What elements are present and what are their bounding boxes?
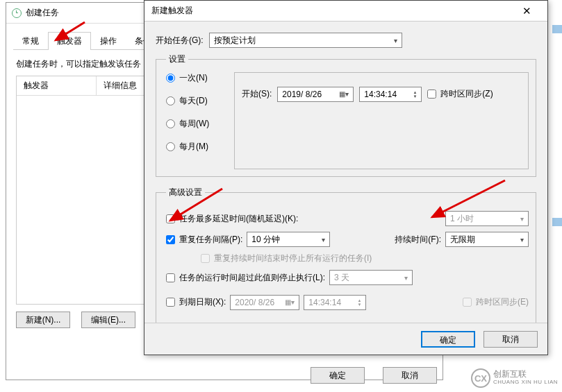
repeat-label: 重复任务间隔(P):	[179, 234, 242, 246]
back-footer: 确定 取消	[311, 367, 437, 384]
duration-label: 持续时间(F):	[395, 234, 441, 246]
start-task-label: 开始任务(G):	[156, 35, 204, 46]
sync-tz-check[interactable]: 跨时区同步(Z)	[427, 88, 493, 100]
expire-check[interactable]	[166, 298, 175, 307]
tab-triggers[interactable]: 触发器	[48, 32, 91, 50]
cancel-button[interactable]: 取消	[484, 331, 538, 348]
chevron-down-icon: ▾	[404, 274, 408, 282]
front-title: 新建触发器	[151, 5, 193, 17]
radio-monthly[interactable]: 每月(M)	[166, 141, 229, 153]
chevron-down-icon: ▾	[322, 236, 325, 244]
start-date-input[interactable]: 2019/ 8/26 ▦▾	[277, 87, 354, 102]
radio-once-input[interactable]	[166, 74, 175, 83]
advanced-legend: 高级设置	[166, 187, 205, 198]
expire-sync-check: 跨时区同步(E)	[463, 296, 529, 308]
time-spinner[interactable]: ▲▼	[413, 90, 417, 99]
chevron-down-icon: ▾	[394, 37, 397, 44]
front-titlebar: 新建触发器 ✕	[144, 1, 547, 22]
sync-tz-input[interactable]	[427, 90, 436, 99]
radio-daily-input[interactable]	[166, 96, 175, 105]
delay-label: 任务最多延迟时间(随机延迟)(K):	[179, 213, 298, 225]
stop-long-check[interactable]	[166, 273, 175, 282]
tab-actions[interactable]: 操作	[91, 32, 126, 50]
back-title: 创建任务	[26, 7, 59, 19]
watermark-brand: 创新互联	[493, 370, 558, 378]
stop-at-end-check	[201, 254, 210, 263]
radio-weekly-input[interactable]	[166, 119, 175, 128]
new-trigger-dialog: 新建触发器 ✕ 开始任务(G): 按预定计划 ▾ 设置 一次(N) 每天(D) …	[144, 0, 548, 355]
watermark-logo-icon: CX	[471, 368, 490, 388]
blue-strip-2	[552, 218, 562, 226]
start-time-input[interactable]: 14:34:14 ▲▼	[359, 87, 422, 102]
duration-combo[interactable]: 无限期▾	[445, 232, 529, 247]
delay-check[interactable]	[166, 214, 175, 223]
radio-once[interactable]: 一次(N)	[166, 72, 229, 84]
watermark-sub: CHUANG XIN HU LIAN	[493, 378, 558, 386]
clock-icon	[12, 8, 22, 18]
calendar-icon: ▦▾	[339, 90, 349, 98]
repeat-combo[interactable]: 10 分钟▾	[247, 232, 330, 247]
start-label: 开始(S):	[242, 88, 272, 100]
stop-at-end-label: 重复持续时间结束时停止所有运行的任务(I)	[214, 253, 372, 264]
blue-strip-1	[552, 25, 562, 33]
edit-button[interactable]: 编辑(E)...	[81, 312, 135, 328]
start-task-combo[interactable]: 按预定计划 ▾	[209, 33, 402, 48]
col-detail[interactable]: 详细信息	[97, 76, 144, 95]
ok-button[interactable]: 确定	[421, 331, 475, 348]
front-footer: 确定 取消	[144, 323, 547, 355]
stop-long-label: 任务的运行时间超过此值则停止执行(L):	[179, 272, 325, 284]
radio-monthly-input[interactable]	[166, 142, 175, 151]
col-trigger[interactable]: 触发器	[17, 76, 97, 95]
expire-date-input: 2020/ 8/26▦▾	[230, 295, 299, 310]
start-task-value: 按预定计划	[214, 35, 256, 46]
tab-general[interactable]: 常规	[13, 32, 48, 50]
back-cancel-button[interactable]: 取消	[383, 367, 437, 384]
close-icon[interactable]: ✕	[513, 1, 540, 21]
expire-sync-input	[463, 298, 472, 307]
chevron-down-icon: ▾	[520, 215, 524, 223]
repeat-check[interactable]	[166, 235, 175, 244]
radio-weekly[interactable]: 每周(W)	[166, 118, 229, 130]
watermark: CX 创新互联 CHUANG XIN HU LIAN	[471, 368, 558, 388]
delay-combo: 1 小时▾	[445, 211, 529, 226]
settings-group: 设置 一次(N) 每天(D) 每周(W) 每月(M) 开始(S): 2019/ …	[156, 53, 536, 177]
calendar-icon: ▦▾	[285, 298, 295, 306]
radio-daily[interactable]: 每天(D)	[166, 95, 229, 107]
new-button[interactable]: 新建(N)...	[16, 312, 70, 328]
stop-long-combo: 3 天▾	[329, 270, 413, 285]
advanced-group: 高级设置 任务最多延迟时间(随机延迟)(K): 1 小时▾ 重复任务间隔(P):…	[156, 187, 536, 323]
expire-time-input: 14:34:14▲▼	[304, 295, 366, 310]
chevron-down-icon: ▾	[520, 236, 524, 244]
time-spinner: ▲▼	[357, 298, 361, 307]
settings-legend: 设置	[166, 53, 188, 65]
schedule-panel: 开始(S): 2019/ 8/26 ▦▾ 14:34:14 ▲▼ 跨时区同步(Z…	[234, 72, 529, 169]
back-ok-button[interactable]: 确定	[311, 367, 365, 384]
expire-label: 到期日期(X):	[179, 296, 226, 308]
